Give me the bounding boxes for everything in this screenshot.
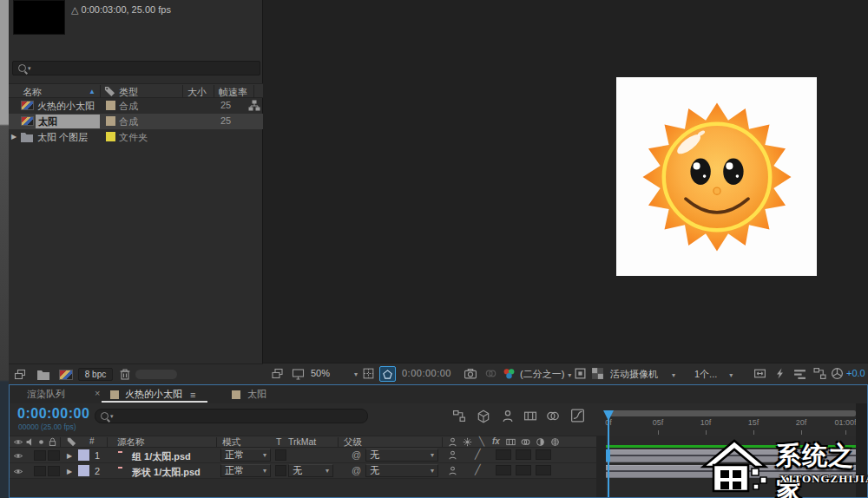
- quality-switch-cell[interactable]: ╱: [475, 449, 481, 460]
- parent-dropdown[interactable]: 无▾: [365, 464, 438, 477]
- new-composition-icon[interactable]: [59, 370, 73, 380]
- current-timecode[interactable]: 0:00:00:00: [17, 406, 89, 422]
- trkmat-dropdown[interactable]: 无▾: [288, 464, 333, 477]
- sort-ascending-icon[interactable]: ▲: [89, 88, 95, 95]
- quality-switch-icon[interactable]: ╲: [479, 436, 484, 446]
- playhead-handle[interactable]: [603, 410, 614, 421]
- column-mode[interactable]: 模式: [222, 436, 240, 449]
- switch-cell[interactable]: [536, 465, 551, 475]
- project-row-folder[interactable]: ▶ 太阳 个图层 文件夹: [9, 129, 263, 145]
- column-name[interactable]: 名称: [23, 86, 42, 99]
- switch-cell[interactable]: [516, 465, 531, 475]
- layer-row-1[interactable]: ▶ 1 组 1/太阳.psd 正常▾ @ 无▾ ╱: [10, 448, 596, 463]
- tab-composition-active[interactable]: 火热的小太阳 ≡: [110, 388, 195, 401]
- work-area-bar[interactable]: [608, 410, 856, 416]
- graph-editor-icon[interactable]: [570, 409, 585, 423]
- timeline-search-input[interactable]: ▾: [95, 409, 368, 423]
- shy-switch-cell[interactable]: [448, 450, 457, 460]
- tab-render-queue[interactable]: 渲染队列: [27, 388, 65, 401]
- parent-dropdown[interactable]: 无▾: [365, 449, 438, 462]
- new-folder-icon[interactable]: [36, 369, 50, 380]
- layer-expand-arrow[interactable]: ▶: [67, 452, 72, 460]
- switch-cell[interactable]: [536, 449, 551, 460]
- shy-layers-icon[interactable]: [501, 410, 515, 423]
- tab-composition-sun[interactable]: 太阳: [232, 388, 266, 401]
- camera-view-dropdown[interactable]: 活动摄像机▾: [610, 368, 675, 381]
- label-color-swatch[interactable]: [106, 101, 115, 110]
- solo-column-icon[interactable]: [36, 437, 46, 447]
- grid-guides-icon[interactable]: [362, 367, 375, 380]
- project-row-composition-2[interactable]: 太阳 合成 25: [9, 114, 263, 129]
- layer-visibility-eye-icon[interactable]: [13, 451, 23, 461]
- solo-cell[interactable]: [34, 450, 46, 461]
- switch-cell[interactable]: [496, 465, 511, 475]
- reset-exposure-icon[interactable]: [831, 367, 844, 380]
- interpret-footage-icon[interactable]: [13, 369, 27, 381]
- video-column-eye-icon[interactable]: [13, 437, 23, 447]
- timeline-button-icon[interactable]: [793, 367, 806, 380]
- project-scrollbar[interactable]: [135, 370, 177, 379]
- 3d-layer-switch-icon[interactable]: [550, 437, 560, 447]
- lock-cell[interactable]: [48, 466, 60, 476]
- primary-viewer-icon[interactable]: [292, 368, 305, 380]
- column-t[interactable]: T: [276, 436, 281, 447]
- magnification-dropdown[interactable]: 50%▾: [311, 368, 358, 378]
- project-search-input[interactable]: ▾: [12, 61, 260, 75]
- column-trkmat[interactable]: TrkMat: [288, 436, 316, 447]
- effects-switch-icon[interactable]: fx: [492, 436, 500, 446]
- column-source-name[interactable]: 源名称: [117, 436, 145, 449]
- panel-menu-icon[interactable]: ≡: [190, 390, 195, 400]
- view-layout-dropdown[interactable]: 1个...▾: [694, 368, 733, 381]
- column-size[interactable]: 大小: [187, 86, 207, 99]
- motion-blur-switch-icon[interactable]: [521, 437, 530, 447]
- pixel-aspect-correction-icon[interactable]: [753, 367, 766, 380]
- trkmat-t-cell[interactable]: [275, 449, 286, 461]
- mini-flowchart-icon[interactable]: [452, 410, 466, 423]
- composition-flowchart-icon[interactable]: [813, 367, 826, 380]
- snapshot-camera-icon[interactable]: [464, 367, 477, 380]
- shy-switch-cell[interactable]: [448, 466, 457, 475]
- preview-time[interactable]: 0:00:00:00: [402, 368, 451, 378]
- blend-mode-dropdown[interactable]: 正常▾: [220, 449, 271, 462]
- column-track-divider[interactable]: [596, 436, 606, 497]
- region-of-interest-icon[interactable]: [574, 367, 587, 380]
- project-row-composition-1[interactable]: 火热的小太阳 合成 25: [9, 98, 263, 114]
- layer-visibility-eye-icon[interactable]: [13, 467, 23, 476]
- pickwhip-icon[interactable]: @: [352, 449, 361, 460]
- label-column-icon[interactable]: [104, 86, 115, 97]
- layer-row-2[interactable]: ▶ 2 形状 1/太阳.psd 正常▾ 无▾ @ 无▾ ╱: [10, 463, 596, 479]
- playhead-line[interactable]: [608, 411, 609, 497]
- expand-arrow-icon[interactable]: ▶: [11, 133, 16, 141]
- switch-cell[interactable]: [516, 449, 531, 460]
- lock-cell[interactable]: [48, 450, 60, 461]
- show-snapshot-icon[interactable]: [484, 368, 497, 379]
- blend-mode-dropdown[interactable]: 正常▾: [220, 464, 271, 477]
- collapse-transformations-icon[interactable]: [463, 437, 472, 447]
- quality-switch-cell[interactable]: ╱: [475, 464, 481, 475]
- show-channels-icon[interactable]: [503, 367, 516, 380]
- trash-icon[interactable]: [119, 368, 131, 381]
- frame-blending-icon[interactable]: [523, 410, 537, 423]
- trkmat-t-cell[interactable]: [275, 465, 286, 476]
- tab-close-icon[interactable]: ×: [95, 388, 100, 398]
- switch-cell[interactable]: [496, 449, 511, 460]
- resolution-dropdown[interactable]: (二分之一)▾: [520, 368, 571, 381]
- motion-blur-icon[interactable]: [546, 410, 560, 423]
- layer-label-swatch[interactable]: [78, 465, 89, 476]
- layer-label-swatch[interactable]: [78, 449, 89, 461]
- label-color-swatch[interactable]: [106, 116, 115, 126]
- time-ruler[interactable]: 0f 05f 10f 15f 20f 01:00f: [596, 403, 854, 436]
- bit-depth-button[interactable]: 8 bpc: [78, 368, 113, 381]
- column-parent[interactable]: 父级: [344, 436, 362, 449]
- fast-preview-icon[interactable]: [774, 367, 786, 380]
- transparency-grid-icon[interactable]: [591, 367, 604, 380]
- label-color-swatch[interactable]: [106, 132, 115, 141]
- audio-column-speaker-icon[interactable]: [25, 437, 35, 447]
- column-index[interactable]: #: [89, 436, 95, 446]
- shy-switch-icon[interactable]: [448, 437, 457, 447]
- always-preview-icon[interactable]: [271, 368, 284, 380]
- adjustment-layer-switch-icon[interactable]: [536, 437, 545, 447]
- solo-cell[interactable]: [34, 466, 46, 476]
- label-column-icon[interactable]: [67, 437, 76, 447]
- pickwhip-icon[interactable]: @: [352, 465, 361, 475]
